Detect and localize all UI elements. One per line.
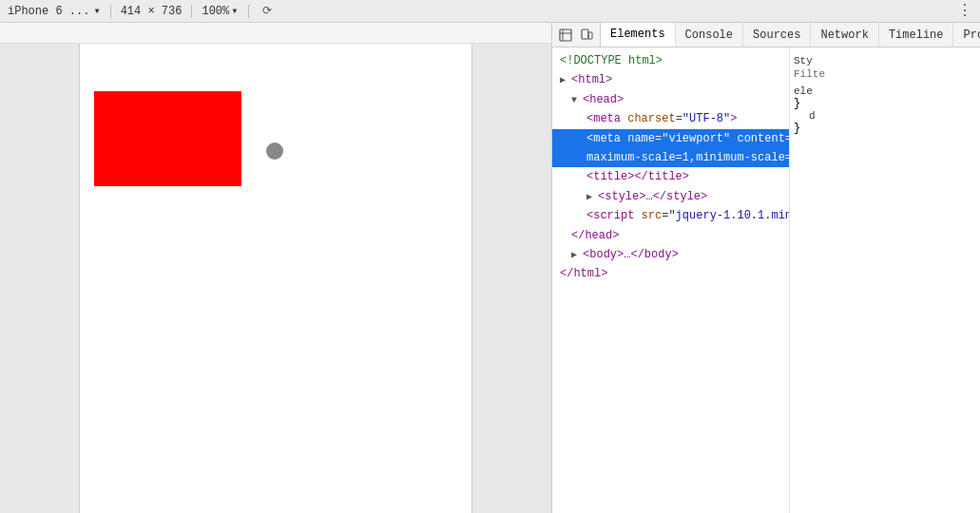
device-viewport	[79, 44, 472, 513]
line-style[interactable]: ▶ <style>…</style>	[552, 187, 789, 206]
devtools-tabs: Elements Console Sources Network Timelin…	[552, 23, 980, 48]
more-options-button[interactable]: ⋮	[957, 4, 972, 19]
device-label: iPhone 6 ...	[8, 5, 89, 18]
inspect-icon-tab[interactable]	[556, 26, 575, 45]
line-script[interactable]: <script src="jquery-1.10.1.min.js"></scr…	[552, 206, 789, 225]
main-area: Elements Console Sources Network Timelin…	[0, 23, 980, 513]
styles-d: d	[794, 110, 976, 122]
triangle-html[interactable]: ▶	[560, 75, 571, 86]
devtools-panel: Elements Console Sources Network Timelin…	[551, 23, 980, 513]
styles-ele: ele	[794, 86, 976, 97]
devtools-icon-tabs	[552, 23, 601, 47]
devtools-content: <!DOCTYPE html> ▶ <html> ▼ <head> <meta …	[552, 48, 980, 513]
elements-panel: <!DOCTYPE html> ▶ <html> ▼ <head> <meta …	[552, 48, 790, 513]
line-meta-viewport-2[interactable]: maximum-scale=1,minimum-scale=1, user-sc…	[552, 148, 789, 167]
toolbar: iPhone 6 ... ▾ 414 × 736 100% ▾ ⟳ ⋮	[0, 0, 980, 23]
triangle-head[interactable]: ▼	[571, 95, 583, 105]
rotate-button[interactable]: ⟳	[259, 3, 276, 20]
line-html[interactable]: ▶ <html>	[552, 70, 789, 89]
separator-3	[248, 5, 249, 18]
styles-brace1: }	[794, 97, 976, 110]
separator-2	[191, 5, 192, 18]
tab-console[interactable]: Console	[676, 23, 743, 47]
styles-header: Sty	[794, 55, 976, 66]
dimensions-display: 414 × 736	[121, 5, 183, 18]
line-meta-viewport-1[interactable]: <meta name="viewport" content="width=900…	[552, 129, 789, 148]
tab-sources[interactable]: Sources	[743, 23, 811, 47]
line-meta-charset[interactable]: <meta charset="UTF-8">	[552, 109, 789, 128]
device-area	[0, 23, 551, 513]
ruler-bar	[0, 23, 551, 44]
styles-panel: Sty Filte ele } d }	[790, 48, 980, 513]
zoom-selector[interactable]: 100% ▾	[202, 4, 238, 18]
styles-filter[interactable]: Filte	[794, 66, 976, 82]
triangle-style[interactable]: ▶	[586, 192, 598, 202]
tab-elements[interactable]: Elements	[601, 23, 676, 47]
svg-rect-0	[560, 29, 571, 41]
styles-brace2: }	[794, 122, 976, 135]
tab-timeline[interactable]: Timeline	[879, 23, 954, 47]
separator-1	[110, 5, 111, 18]
red-box	[94, 91, 241, 186]
line-head-close[interactable]: </head>	[552, 226, 789, 245]
zoom-value: 100%	[202, 5, 229, 18]
line-body[interactable]: ▶ <body>…</body>	[552, 245, 789, 264]
device-dropdown-icon[interactable]: ▾	[93, 4, 100, 18]
tab-profiles[interactable]: Profiles	[953, 23, 980, 47]
triangle-body[interactable]: ▶	[571, 250, 583, 260]
zoom-dropdown-icon[interactable]: ▾	[231, 4, 238, 18]
line-title[interactable]: <title></title>	[552, 167, 789, 186]
svg-rect-3	[582, 29, 588, 39]
device-selector[interactable]: iPhone 6 ... ▾	[8, 4, 101, 18]
device-mode-icon-tab[interactable]	[577, 26, 596, 45]
tab-network[interactable]: Network	[811, 23, 878, 47]
line-head[interactable]: ▼ <head>	[552, 90, 789, 109]
line-html-close[interactable]: </html>	[552, 264, 789, 283]
line-doctype[interactable]: <!DOCTYPE html>	[552, 51, 789, 70]
circle-element	[266, 142, 283, 160]
